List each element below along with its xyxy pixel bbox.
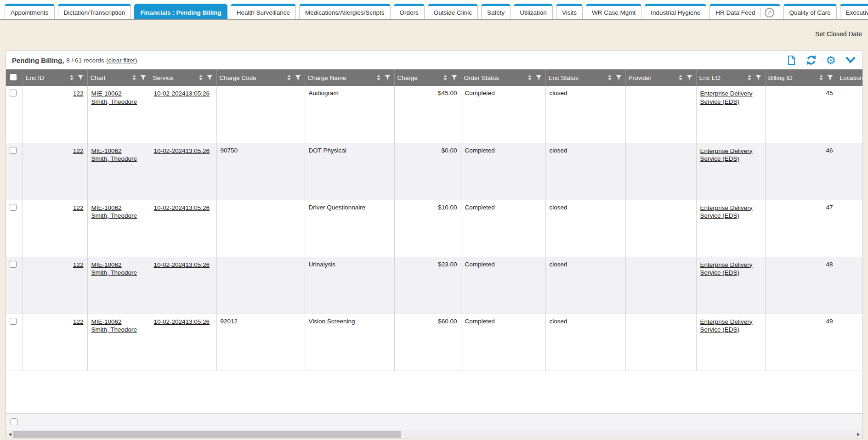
tab-health-surveillance[interactable]: Health Surveillance: [231, 4, 296, 19]
filter-icon[interactable]: [686, 75, 692, 80]
service-date-link[interactable]: 10-02-2024: [154, 261, 186, 269]
sort-icon[interactable]: [199, 75, 203, 80]
sort-icon[interactable]: [819, 75, 823, 80]
service-time-link[interactable]: 13:05:26: [186, 204, 210, 212]
cell-enc-eo: Enterprise Delivery Service (EDS): [696, 314, 765, 371]
tab-outside-clinic[interactable]: Outside Clinic: [428, 4, 478, 19]
enc-id-link[interactable]: 122: [73, 318, 84, 326]
row-checkbox[interactable]: [10, 318, 17, 325]
hr-data-feed-external-section[interactable]: ↗: [760, 7, 774, 17]
cell-billing-id: 48: [765, 257, 837, 314]
enc-eo-link[interactable]: Enterprise Delivery Service (EDS): [700, 204, 761, 220]
scrollbar-thumb[interactable]: [13, 431, 401, 438]
tab-financials-pending-billing[interactable]: Financials : Pending Billing: [134, 4, 227, 19]
chart-id-link[interactable]: MIE-10062: [91, 318, 122, 326]
collapse-button[interactable]: [845, 54, 857, 66]
chart-id-link[interactable]: MIE-10062: [91, 204, 122, 212]
tab-utilization[interactable]: Utilization: [514, 4, 553, 19]
service-date-link[interactable]: 10-02-2024: [154, 204, 186, 212]
tab-visits[interactable]: Visits: [556, 4, 583, 19]
scroll-right-icon[interactable]: [857, 433, 860, 436]
sort-icon[interactable]: [608, 75, 612, 80]
service-time-link[interactable]: 13:05:26: [186, 261, 210, 269]
filter-icon[interactable]: [295, 75, 301, 80]
service-date-link[interactable]: 10-02-2024: [154, 147, 186, 155]
clear-filter-wrap: (clear filter): [106, 57, 137, 64]
chart-id-link[interactable]: MIE-10062: [91, 90, 122, 98]
enc-id-link[interactable]: 122: [73, 147, 84, 155]
column-header-charge-code[interactable]: Charge Code: [216, 69, 305, 86]
new-document-button[interactable]: [785, 54, 797, 66]
filter-icon[interactable]: [78, 75, 84, 80]
clear-filter-link[interactable]: clear filter: [108, 57, 135, 64]
patient-name-link[interactable]: Smith, Theodore: [91, 326, 137, 334]
enc-eo-link[interactable]: Enterprise Delivery Service (EDS): [700, 147, 761, 163]
filter-icon[interactable]: [827, 75, 833, 80]
tab-hr-data-feed[interactable]: HR Data Feed ↗: [709, 4, 780, 19]
column-header-provider[interactable]: Provider: [625, 69, 696, 86]
set-closed-date-link[interactable]: Set Closed Date: [815, 30, 862, 38]
column-header-service[interactable]: Service: [150, 69, 216, 86]
filter-icon[interactable]: [536, 75, 542, 80]
sort-icon[interactable]: [679, 75, 682, 80]
filter-icon[interactable]: [385, 75, 391, 80]
row-checkbox[interactable]: [10, 204, 17, 211]
filter-icon[interactable]: [207, 75, 213, 80]
tab-quality-of-care[interactable]: Quality of Care: [783, 4, 837, 19]
footer-checkbox[interactable]: [11, 418, 17, 425]
sort-icon[interactable]: [287, 75, 291, 80]
enc-eo-link[interactable]: Enterprise Delivery Service (EDS): [700, 261, 761, 277]
sort-icon[interactable]: [528, 75, 532, 80]
tab-dictation-transcription[interactable]: Dictation/Transcription: [58, 4, 131, 19]
chart-id-link[interactable]: MIE-10062: [91, 261, 122, 269]
filter-icon[interactable]: [451, 75, 457, 80]
service-time-link[interactable]: 13:05:26: [186, 147, 210, 155]
column-header-order-status[interactable]: Order Status: [461, 69, 545, 86]
tab-medications-allergies-scripts[interactable]: Medications/Allergies/Scripts: [299, 4, 391, 19]
column-header-charge-name[interactable]: Charge Name: [305, 69, 394, 86]
filter-icon[interactable]: [140, 75, 146, 80]
sort-icon[interactable]: [132, 75, 136, 80]
column-header-enc-status[interactable]: Enc Status: [545, 69, 625, 86]
select-all-checkbox[interactable]: [10, 74, 17, 80]
column-header-chart[interactable]: Chart: [87, 69, 150, 86]
horizontal-scrollbar[interactable]: [6, 430, 862, 439]
service-date-link[interactable]: 10-02-2024: [154, 90, 186, 98]
row-checkbox[interactable]: [10, 90, 17, 96]
row-checkbox[interactable]: [10, 261, 17, 268]
enc-eo-link[interactable]: Enterprise Delivery Service (EDS): [700, 318, 761, 334]
tab-industrial-hygiene[interactable]: Industrial Hygiene: [645, 4, 706, 19]
sort-icon[interactable]: [748, 75, 751, 80]
column-header-charge[interactable]: Charge: [394, 69, 461, 86]
column-header-enc-id[interactable]: Enc ID: [23, 69, 87, 86]
settings-button[interactable]: ⚙: [825, 54, 837, 66]
enc-id-link[interactable]: 122: [73, 90, 84, 98]
service-date-link[interactable]: 10-02-2024: [154, 318, 186, 326]
filter-icon[interactable]: [616, 75, 622, 80]
patient-name-link[interactable]: Smith, Theodore: [91, 98, 137, 106]
refresh-button[interactable]: [805, 54, 817, 66]
enc-eo-link[interactable]: Enterprise Delivery Service (EDS): [700, 90, 761, 106]
scroll-left-icon[interactable]: [9, 433, 11, 436]
column-header-enc-eo[interactable]: Enc EO: [696, 69, 765, 86]
enc-id-link[interactable]: 122: [73, 204, 84, 212]
patient-name-link[interactable]: Smith, Theodore: [91, 212, 137, 220]
tab-wr-case-mgmt[interactable]: WR Case Mgmt: [586, 4, 641, 19]
tab-orders[interactable]: Orders: [394, 4, 425, 19]
filter-icon[interactable]: [755, 75, 761, 80]
enc-id-link[interactable]: 122: [73, 261, 84, 269]
service-time-link[interactable]: 13:05:26: [186, 318, 210, 326]
tab-safety[interactable]: Safety: [481, 4, 511, 19]
service-time-link[interactable]: 13:05:26: [186, 90, 210, 98]
column-header-billing-id[interactable]: Billing ID: [765, 69, 837, 86]
column-header-location[interactable]: Location: [837, 69, 862, 86]
tab-appointments[interactable]: Appointments: [5, 4, 55, 19]
patient-name-link[interactable]: Smith, Theodore: [91, 155, 137, 163]
patient-name-link[interactable]: Smith, Theodore: [91, 269, 137, 277]
tab-executive-dashboard[interactable]: Executive Das: [840, 4, 868, 19]
row-checkbox[interactable]: [10, 147, 17, 154]
sort-icon[interactable]: [443, 75, 447, 80]
chart-id-link[interactable]: MIE-10062: [91, 147, 122, 155]
sort-icon[interactable]: [377, 75, 380, 80]
sort-icon[interactable]: [70, 75, 74, 80]
